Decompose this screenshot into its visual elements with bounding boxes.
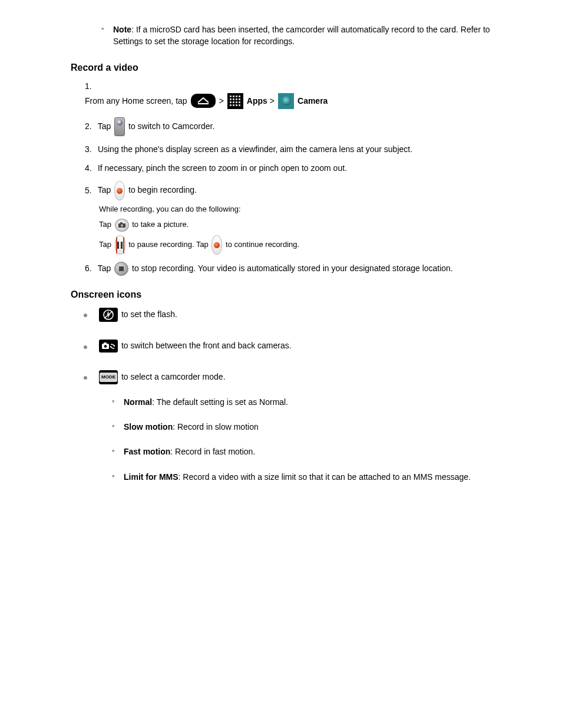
svg-rect-5 (230, 98, 232, 100)
mode-normal: Normal: The default setting is set as No… (113, 396, 503, 408)
mode-label: MODE (100, 373, 117, 382)
step1-seg0: From any Home screen, (85, 92, 173, 110)
svg-rect-11 (236, 101, 237, 103)
svg-rect-7 (236, 98, 237, 100)
svg-rect-14 (233, 104, 234, 106)
mode-limit-name: Limit for MMS (124, 472, 178, 482)
flash-off-icon (99, 308, 118, 322)
mode-normal-desc: : The default setting is set as Normal. (152, 397, 288, 407)
svg-point-19 (121, 225, 123, 227)
flash-item: to set the flash. (87, 308, 503, 322)
s6b-mid: to pause recording. Tap (128, 240, 209, 249)
step1-seg4: > (270, 92, 275, 110)
mode-normal-name: Normal (124, 397, 152, 407)
step2-after: to switch to Camcorder. (128, 121, 214, 131)
mode-icon: MODE (99, 370, 118, 384)
s6a-after: to take a picture. (132, 220, 189, 229)
svg-marker-25 (113, 345, 115, 347)
heading-record-video: Record a video (71, 61, 503, 74)
switch-camera-icon (99, 340, 118, 353)
step1-seg1: tap (176, 92, 187, 110)
step3-text: Using the phone's display screen as a vi… (98, 144, 412, 154)
note-text: : If a microSD card has been inserted, t… (113, 25, 490, 46)
svg-rect-16 (239, 104, 240, 106)
step3-num: 3. (85, 143, 95, 155)
svg-rect-23 (104, 342, 107, 344)
camera-app-icon (278, 93, 294, 109)
take-photo-icon (115, 219, 129, 232)
mode-item: MODE to select a camcorder mode. Normal:… (87, 370, 503, 483)
svg-rect-15 (236, 104, 237, 106)
step1-seg3: Apps (247, 92, 267, 110)
step5-before: Tap (98, 186, 111, 195)
camcorder-switch-icon (114, 117, 125, 136)
svg-rect-18 (120, 222, 123, 224)
svg-point-24 (104, 345, 107, 348)
heading-onscreen-icons: Onscreen icons (71, 288, 503, 301)
mode-fast: Fast motion: Record in fast motion. (113, 446, 503, 457)
home-icon (191, 94, 216, 108)
step4-num: 4. (85, 162, 95, 174)
s6a-before: Tap (99, 220, 111, 229)
step4-text: If necessary, pinch the screen to zoom i… (98, 163, 347, 173)
stop-icon (114, 262, 128, 276)
switch-desc: to switch between the front and back cam… (121, 341, 292, 350)
svg-rect-12 (239, 101, 240, 103)
step7-num: 6. (85, 262, 95, 274)
record-icon (114, 181, 125, 200)
svg-rect-3 (236, 95, 237, 97)
svg-rect-2 (233, 95, 234, 97)
flash-desc: to set the flash. (121, 309, 177, 318)
step1-seg2: > (219, 92, 224, 110)
mode-slow-desc: : Record in slow motion (173, 422, 259, 431)
mode-slow: Slow motion: Record in slow motion (113, 421, 503, 433)
resume-record-icon (211, 235, 222, 255)
switch-camera-item: to switch between the front and back cam… (87, 340, 503, 353)
svg-rect-4 (239, 95, 240, 97)
mode-fast-name: Fast motion (124, 447, 170, 456)
svg-marker-26 (110, 346, 112, 347)
note-prefix: Note (113, 25, 131, 34)
step7-after: to stop recording. Your video is automat… (132, 263, 453, 273)
step5-num: 5. (85, 185, 95, 196)
mode-fast-desc: : Record in fast motion. (170, 447, 255, 456)
storage-note: Note: If a microSD card has been inserte… (103, 24, 503, 48)
svg-rect-9 (230, 101, 232, 103)
step1-seg5: Camera (297, 92, 328, 110)
step5-after: to begin recording. (128, 186, 197, 195)
svg-rect-6 (233, 98, 234, 100)
s6b-after: to continue recording. (226, 240, 299, 249)
step2-before: Tap (98, 121, 111, 131)
mode-limit: Limit for MMS: Record a video with a siz… (113, 471, 503, 483)
svg-rect-8 (239, 98, 240, 100)
s6b-before: Tap (99, 240, 111, 249)
step5-sub: While recording, you can do the followin… (99, 204, 503, 215)
mode-limit-desc: : Record a video with a size limit so th… (178, 472, 471, 482)
step1-num: 1. (85, 80, 95, 92)
svg-rect-10 (233, 101, 234, 103)
pause-icon (115, 235, 125, 255)
svg-rect-13 (230, 104, 232, 106)
mode-desc: to select a camcorder mode. (121, 372, 226, 381)
mode-slow-name: Slow motion (124, 422, 173, 431)
svg-rect-1 (230, 95, 232, 97)
step7-before: Tap (98, 263, 111, 273)
step2-num: 2. (85, 120, 95, 132)
apps-icon (227, 93, 243, 109)
